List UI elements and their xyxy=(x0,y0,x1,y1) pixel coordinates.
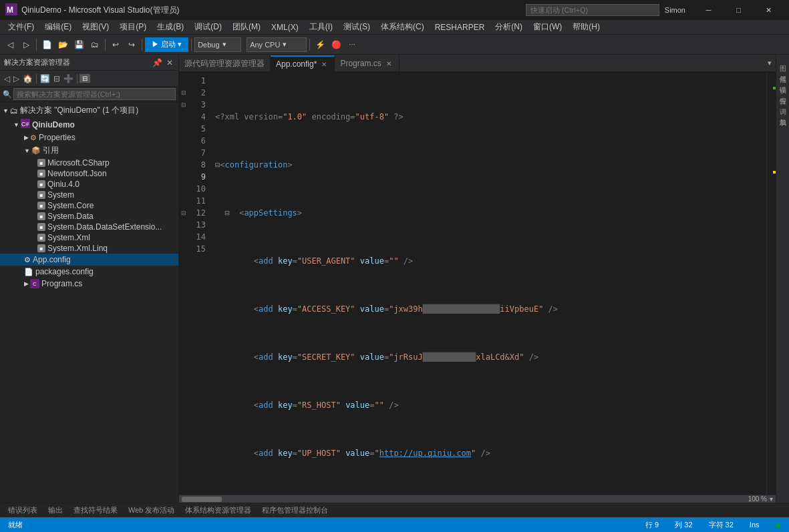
right-panel-tabs: 图 属性 错误 报告 调 加载 xyxy=(776,55,789,503)
user-info: Simon xyxy=(665,6,685,14)
undo-button[interactable]: ↩ xyxy=(108,37,123,52)
menu-test[interactable]: 测试(S) xyxy=(338,20,375,34)
vs-logo: M xyxy=(5,3,17,17)
ref-icon-9: ■ xyxy=(37,244,45,252)
menu-analyze[interactable]: 分析(N) xyxy=(490,20,528,34)
se-tb-properties[interactable]: 🏠 xyxy=(21,73,34,85)
maximize-button[interactable]: □ xyxy=(724,0,754,20)
status-message[interactable]: 就绪 xyxy=(5,520,25,530)
tree-ref-microsoft-csharp[interactable]: ■ Microsoft.CSharp xyxy=(0,158,178,168)
back-button[interactable]: ◁ xyxy=(3,37,17,52)
breakpoints-button[interactable]: 🔴 xyxy=(329,37,343,52)
tab-app-config-close[interactable]: ✕ xyxy=(319,59,329,69)
menu-debug[interactable]: 调试(D) xyxy=(189,20,227,34)
status-col[interactable]: 列 32 xyxy=(672,520,695,530)
tree-ref-newtonsoft[interactable]: ■ Newtonsoft.Json xyxy=(0,168,178,179)
open-button[interactable]: 📂 xyxy=(55,37,70,52)
menu-team[interactable]: 团队(M) xyxy=(227,20,266,34)
quick-launch-input[interactable] xyxy=(526,4,659,16)
tab-program-cs[interactable]: Program.cs ✕ xyxy=(335,55,399,71)
close-button[interactable]: ✕ xyxy=(754,0,784,20)
se-tb-stop[interactable]: ⊟ xyxy=(52,73,61,85)
attach-button[interactable]: ⚡ xyxy=(313,37,327,52)
menu-architecture[interactable]: 体系结构(C) xyxy=(375,20,430,34)
tab-program-cs-close[interactable]: ✕ xyxy=(384,59,393,68)
status-row[interactable]: 行 9 xyxy=(643,520,661,530)
bottom-tab-architecture[interactable]: 体系结构资源管理器 xyxy=(180,504,257,517)
editor-hscrollbar[interactable]: 100 % ▾ xyxy=(179,495,776,503)
new-project-button[interactable]: 📄 xyxy=(39,37,54,52)
menu-edit[interactable]: 编辑(E) xyxy=(39,20,77,34)
menu-tools[interactable]: 工具(I) xyxy=(304,20,338,34)
fold-14 xyxy=(179,231,188,243)
tree-app-config[interactable]: ⚙ App.config xyxy=(0,254,178,266)
tree-ref-system-xml[interactable]: ■ System.Xml xyxy=(0,232,178,243)
tree-program-cs[interactable]: ▶ C Program.cs xyxy=(0,278,178,290)
tree-properties[interactable]: ▶ ⚙ Properties xyxy=(0,131,178,144)
fold-2[interactable]: ⊟ xyxy=(179,87,188,99)
fold-3[interactable]: ⊟ xyxy=(179,99,188,111)
minimize-button[interactable]: ─ xyxy=(693,0,724,20)
se-tb-forward[interactable]: ▷ xyxy=(12,73,21,85)
status-mode[interactable]: Ins xyxy=(747,521,762,529)
right-tab-load[interactable]: 加载 xyxy=(776,108,789,119)
bottom-tab-web-publish[interactable]: Web 发布活动 xyxy=(123,504,180,517)
tree-ref-system-xml-linq[interactable]: ■ System.Xml.Linq xyxy=(0,243,178,254)
right-tab-errors[interactable]: 错误 xyxy=(776,76,789,87)
cpu-config-dropdown[interactable]: Any CPU▾ xyxy=(247,37,307,52)
fold-5 xyxy=(179,123,188,135)
menu-file[interactable]: 文件(F) xyxy=(3,20,39,34)
se-tb-refresh[interactable]: 🔄 xyxy=(39,73,51,85)
save-all-button[interactable]: 🗂 xyxy=(88,37,102,52)
tree-ref-qiniu[interactable]: ■ Qiniu.4.0 xyxy=(0,179,178,190)
redo-button[interactable]: ↪ xyxy=(124,37,139,52)
bottom-tab-find-symbol[interactable]: 查找符号结果 xyxy=(68,504,123,517)
ref-label: Microsoft.CSharp xyxy=(47,158,110,168)
menu-resharper[interactable]: RESHARPER xyxy=(430,21,490,33)
bottom-tab-errors[interactable]: 错误列表 xyxy=(3,504,43,517)
se-pin-btn[interactable]: 📌 xyxy=(151,58,164,67)
editor-scrollbar[interactable] xyxy=(766,72,776,495)
right-tab-diagram[interactable]: 图 xyxy=(776,55,789,65)
menu-project[interactable]: 项目(P) xyxy=(114,20,152,34)
tree-ref-system-data-dataset[interactable]: ■ System.Data.DataSetExtensio... xyxy=(0,222,178,232)
right-tab-debug[interactable]: 调 xyxy=(776,97,789,108)
solution-label: 解决方案 "QiniuDemo" (1 个项目) xyxy=(20,105,138,116)
fold-1[interactable] xyxy=(179,75,188,87)
se-tb-add[interactable]: ➕ xyxy=(62,73,75,85)
bottom-tab-package-manager[interactable]: 程序包管理器控制台 xyxy=(257,504,333,517)
forward-button[interactable]: ▷ xyxy=(19,37,33,52)
menu-xml[interactable]: XML(X) xyxy=(266,21,304,33)
bottom-tab-output[interactable]: 输出 xyxy=(43,504,68,517)
tree-ref-system-core[interactable]: ■ System.Core xyxy=(0,200,178,211)
right-tab-properties[interactable]: 属性 xyxy=(776,65,789,76)
tab-scroll-right[interactable]: ▾ xyxy=(764,59,776,67)
tab-app-config[interactable]: App.config* ✕ xyxy=(271,55,335,71)
tab-source-mgr[interactable]: 源代码管理资源管理器 xyxy=(179,55,271,71)
status-char[interactable]: 字符 32 xyxy=(706,520,736,530)
hscrollbar-thumb[interactable] xyxy=(182,497,222,502)
menu-help[interactable]: 帮助(H) xyxy=(567,20,605,34)
program-cs-expand-icon: ▶ xyxy=(24,280,29,287)
tree-references[interactable]: ▼ 📦 引用 xyxy=(0,144,178,158)
code-editor-content[interactable]: <?xml version="1.0" encoding="utf-8" ?> … xyxy=(210,72,766,495)
tree-solution[interactable]: ▼ 🗂 解决方案 "QiniuDemo" (1 个项目) xyxy=(0,103,178,117)
tree-project[interactable]: ▼ C# QiniuDemo xyxy=(0,117,178,131)
tree-ref-system-data[interactable]: ■ System.Data xyxy=(0,211,178,222)
save-button[interactable]: 💾 xyxy=(71,37,86,52)
fold-12[interactable]: ⊟ xyxy=(179,207,188,219)
right-tab-report[interactable]: 报告 xyxy=(776,87,789,97)
se-search-input[interactable] xyxy=(13,88,176,100)
se-tb-back[interactable]: ◁ xyxy=(3,73,11,85)
zoom-down-btn[interactable]: ▾ xyxy=(770,495,773,503)
se-tb-collapse[interactable]: ⊟ xyxy=(80,74,90,83)
toolbar-extra[interactable]: ⋯ xyxy=(345,37,359,52)
debug-config-dropdown[interactable]: Debug▾ xyxy=(194,37,241,52)
menu-window[interactable]: 窗口(W) xyxy=(528,20,567,34)
tree-packages-config[interactable]: 📄 packages.config xyxy=(0,266,178,278)
se-close-btn[interactable]: ✕ xyxy=(165,58,174,67)
start-debugging-button[interactable]: ▶ 启动 ▾ xyxy=(145,37,188,52)
tree-ref-system[interactable]: ■ System xyxy=(0,190,178,200)
menu-build[interactable]: 生成(B) xyxy=(152,20,189,34)
menu-view[interactable]: 视图(V) xyxy=(77,20,114,34)
